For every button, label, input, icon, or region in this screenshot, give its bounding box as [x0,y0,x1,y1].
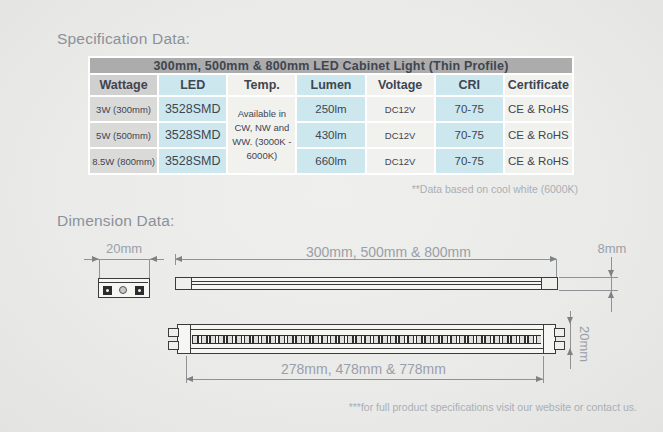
end-view-width-label: 20mm [82,241,166,256]
dimension-line [175,259,557,260]
profile-line [191,348,543,349]
dim-arrow-icon [186,376,193,382]
dim-arrow-icon [608,291,614,298]
extension-line [543,356,544,383]
total-length-label: 300mm, 500mm & 800mm [306,244,471,260]
profile-width-label: 20mm [577,326,592,362]
extension-line [556,259,557,277]
end-cap [541,277,558,290]
dim-arrow-icon [175,256,182,262]
dim-arrow-icon [536,376,543,382]
profile-line [191,329,543,330]
end-cap-tab [554,328,565,337]
dim-arrow-icon [567,317,573,324]
extension-line [149,259,150,278]
mounting-clip [135,286,144,295]
dim-arrow-icon [92,256,99,262]
end-cap-line [543,325,544,353]
end-cap [175,277,192,290]
dimension-line [611,257,612,312]
profile-line [99,282,148,283]
end-cap-tab [168,341,179,350]
dimension-drawings: 20mm 300mm, 500mm & 800mm [0,0,663,432]
profile-height-label: 8mm [593,241,631,256]
end-cap-cross-section [98,278,150,298]
spec-sheet-page: Specification Data: 300mm, 500mm & 800mm… [0,0,663,432]
wire-hole [119,286,127,294]
dim-arrow-icon [608,270,614,277]
profile-line [192,281,541,282]
dim-arrow-icon [150,256,157,262]
led-strip [192,335,541,344]
page-footnote: ***for full product specifications visit… [349,401,637,413]
profile-line [192,284,541,285]
mounting-clip [103,286,112,295]
extension-line [99,259,100,278]
dimension-line [186,379,543,380]
end-cap-tab [554,341,565,350]
extension-line [559,277,618,278]
led-board-length-label: 278mm, 478mm & 778mm [281,361,446,377]
end-cap-tab [168,328,179,337]
dim-arrow-icon [567,348,573,355]
